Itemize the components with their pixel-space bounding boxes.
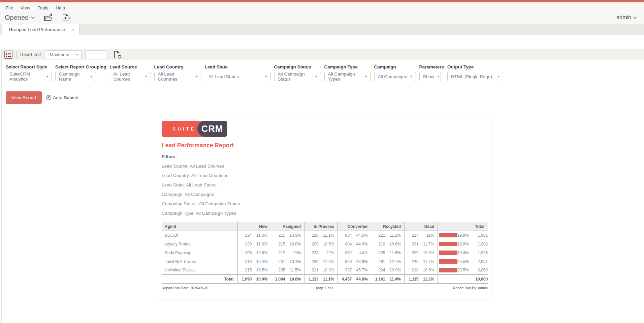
report-page-indicator: page 1 of 1 — [270, 286, 379, 290]
percent-cell: 44.6% — [356, 240, 371, 248]
app-header: FileViewToolsHelp Opened — [0, 2, 644, 24]
campaign-select[interactable]: All Campaigns▼ — [374, 72, 416, 81]
toolbar-divider — [16, 51, 17, 58]
count-cell: 213 — [238, 257, 256, 266]
dropdown-arrow-icon: ▼ — [497, 75, 500, 78]
close-icon[interactable]: ✕ — [71, 27, 74, 32]
column-header-in-process: In Process — [304, 222, 338, 231]
total-percent-bar — [439, 233, 457, 237]
count-cell: 207 — [271, 257, 290, 266]
total-count-cell: 1,090 — [238, 275, 256, 284]
open-folder-button[interactable] — [43, 13, 53, 22]
count-cell: 233 — [304, 248, 323, 257]
campaign-status-select[interactable]: All Campaign Status▼ — [274, 72, 321, 81]
percent-cell: 10.8% — [423, 248, 438, 257]
filter-label: Campaign — [374, 64, 416, 69]
percent-cell: 11% — [290, 248, 304, 257]
column-header-assigned: Assigned — [271, 222, 304, 231]
filter-label: Parameters — [419, 64, 444, 69]
lead-performance-table: AgentNewAssignedIn ProcessConvertedRecyc… — [162, 222, 488, 284]
select-value: Campaign Name — [59, 71, 87, 82]
total-percent-cell: 19.4% — [457, 248, 472, 257]
user-menu[interactable]: admin — [616, 14, 637, 21]
percent-cell: 43.9% — [356, 257, 371, 266]
total-percent-cell: 19.8% — [457, 240, 472, 248]
filter-label: Lead Country — [154, 64, 201, 69]
dropdown-arrow-icon: ▼ — [315, 75, 318, 78]
actions-row: View Report Auto-Submit — [2, 91, 644, 104]
output-type-select[interactable]: HTML (Single Page)▼ — [447, 72, 503, 81]
total-count-cell: 1,084 — [271, 275, 290, 284]
parameters-select[interactable]: Show▼ — [419, 72, 441, 81]
total-bar-cell — [438, 248, 457, 257]
lead-source-select[interactable]: All Lead Sources▼ — [110, 72, 151, 81]
total-percent-bar — [439, 251, 457, 255]
auto-submit-checkbox[interactable] — [46, 95, 51, 100]
tab-grouped-lead-performance[interactable]: Grouped Lead Performance ✕ — [2, 24, 79, 35]
logo-crm-text: CRM — [197, 121, 227, 137]
lead-country-select[interactable]: All Lead Countries▼ — [154, 72, 201, 81]
report-run-by: Report Run By: admin — [379, 286, 488, 290]
count-cell: 884 — [338, 231, 356, 240]
total-percent-cell: 20.5% — [457, 257, 472, 266]
select-report-grouping-select[interactable]: Campaign Name▼ — [55, 72, 96, 81]
percent-cell: 10.8% — [323, 266, 338, 275]
auto-submit-label: Auto-Submit — [53, 95, 78, 100]
menu-item-view[interactable]: View — [20, 4, 35, 11]
count-cell: 900 — [338, 257, 356, 266]
dropdown-arrow-icon: ▼ — [410, 75, 413, 78]
count-cell: 215 — [238, 266, 256, 275]
filter-label: Campaign Status — [274, 64, 321, 69]
report-output-area: SUITE CRM Lead Performance Report Filter… — [2, 115, 644, 300]
count-cell: 224 — [238, 231, 256, 240]
parameter-list-button[interactable] — [4, 51, 12, 59]
percent-cell: 11.5% — [290, 266, 304, 275]
percent-cell: 11% — [423, 231, 438, 240]
count-cell: 220 — [304, 231, 323, 240]
tab-label: Grouped Lead Performance — [9, 27, 65, 32]
percent-cell: 10.9% — [390, 266, 405, 275]
opened-dropdown[interactable]: Opened — [5, 14, 35, 22]
campaign-type-select[interactable]: All Campaign Types▼ — [324, 72, 371, 81]
total-count-cell: 1,981 — [472, 231, 488, 240]
new-report-button[interactable] — [62, 13, 70, 22]
count-cell: 231 — [405, 240, 423, 248]
percent-cell: 11.1% — [323, 231, 338, 240]
dropdown-arrow-icon: ▼ — [195, 75, 198, 78]
view-report-button[interactable]: View Report — [6, 91, 42, 104]
count-cell: 215 — [271, 240, 290, 248]
suitecrm-logo: SUITE CRM — [162, 121, 234, 137]
column-header-total: Total — [438, 222, 488, 231]
filter-lead-source: Lead SourceAll Lead Sources▼ — [110, 64, 151, 81]
list-icon — [6, 53, 11, 57]
percent-cell: 11.6% — [390, 248, 405, 257]
dropdown-arrow-icon: ▼ — [145, 75, 148, 78]
menu-item-file[interactable]: File — [5, 4, 18, 11]
menu-item-tools[interactable]: Tools — [37, 4, 54, 11]
report-title: Lead Performance Report — [162, 142, 488, 149]
select-report-style-select[interactable]: SuiteCRM Analytics▼ — [6, 72, 52, 81]
row-limit-input[interactable] — [85, 50, 106, 59]
report-toolbar: Row Limit: Maximum ▼ — [2, 49, 644, 60]
report-filter-lines: Lead Source: All Lead SourcesLead Countr… — [162, 164, 488, 216]
filters-row: Select Report StyleSuiteCRM Analytics▼Se… — [2, 60, 644, 81]
filter-label: Lead Source — [110, 64, 151, 69]
menu-item-help[interactable]: Help — [55, 4, 70, 11]
refresh-report-button[interactable] — [114, 51, 121, 59]
total-percent-cell: 44.6% — [356, 275, 371, 284]
filter-lead-state: Lead StateAll Lead States▼ — [205, 64, 271, 81]
total-percent-cell: 11.1% — [323, 275, 338, 284]
tab-content: Row Limit: Maximum ▼ Select Report Style… — [0, 49, 644, 323]
filter-label: Select Report Grouping — [55, 64, 106, 69]
report-refresh-icon — [114, 51, 121, 59]
column-header-dead: Dead — [405, 222, 438, 231]
row-limit-select[interactable]: Maximum ▼ — [46, 50, 82, 59]
total-label-cell: Total: — [162, 275, 238, 284]
report-footer: Report Run Date: 2020-09-10 page 1 of 1 … — [162, 286, 488, 290]
count-cell: 884 — [338, 240, 356, 248]
percent-cell: 11.2% — [390, 231, 405, 240]
count-cell: 225 — [371, 248, 390, 257]
report-run-date: Report Run Date: 2020-09-10 — [162, 286, 270, 290]
report-filter-line: Lead Source: All Lead Sources — [162, 164, 488, 169]
lead-state-select[interactable]: All Lead States▼ — [205, 72, 271, 81]
